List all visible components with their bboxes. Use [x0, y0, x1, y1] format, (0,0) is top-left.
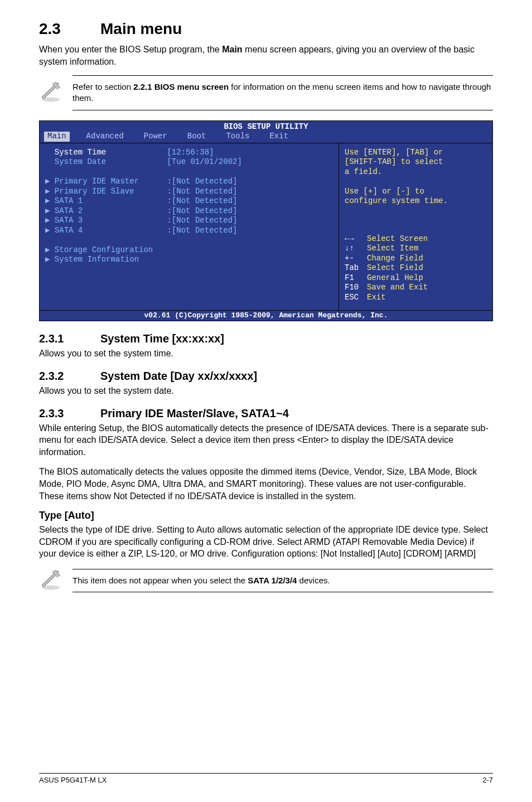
heading-233: 2.3.3Primary IDE Master/Slave, SATA1~4: [39, 407, 493, 420]
bios-key-row: TabSelect Field: [345, 263, 487, 273]
bios-tab-main[interactable]: Main: [44, 132, 70, 142]
bios-footer: v02.61 (C)Copyright 1985-2009, American …: [40, 310, 492, 321]
bios-help-line: configure system time.: [345, 196, 487, 206]
note-block-2: This item does not appear when you selec…: [39, 568, 493, 593]
bios-tab-tools[interactable]: Tools: [223, 132, 253, 142]
bios-row[interactable]: ▶ SATA 1 :[Not Detected]: [45, 196, 333, 206]
page-footer: ASUS P5G41T-M LX 2-7: [39, 773, 493, 784]
body-231: Allows you to set the system time.: [39, 347, 493, 360]
body-232: Allows you to set the system date.: [39, 385, 493, 397]
bios-key-row: ESCExit: [345, 293, 487, 303]
note-icon: [39, 568, 72, 593]
bios-row: [45, 235, 333, 245]
bios-row: System Date [Tue 01/01/2002]: [45, 157, 333, 167]
section-heading: 2.3Main menu: [39, 20, 493, 38]
bios-tab-power[interactable]: Power: [141, 132, 171, 142]
bios-screenshot: BIOS SETUP UTILITY Main Advanced Power B…: [39, 120, 493, 322]
bios-help-line: [345, 177, 487, 187]
bios-row[interactable]: ▶ System Information: [45, 255, 333, 265]
intro-paragraph: When you enter the BIOS Setup program, t…: [39, 44, 493, 67]
bios-key-row: F10Save and Exit: [345, 283, 487, 293]
bios-help-line: a field.: [345, 167, 487, 177]
bios-tab-exit[interactable]: Exit: [266, 132, 292, 142]
bios-key-legend: ←→Select Screen↓↑Select Item+-Change Fie…: [345, 234, 487, 303]
bios-row: [45, 167, 333, 177]
bios-row[interactable]: ▶ Storage Configuration: [45, 245, 333, 255]
bios-row[interactable]: ▶ SATA 3 :[Not Detected]: [45, 216, 333, 226]
section-title-text: Main menu: [100, 20, 182, 37]
bios-row: System Time [12:56:38]: [45, 148, 333, 158]
bios-help-text: Use [ENTER], [TAB] or[SHIFT-TAB] to sele…: [345, 148, 487, 206]
footer-left: ASUS P5G41T-M LX: [39, 776, 107, 784]
bios-left-pane: System Time [12:56:38] System Date [Tue …: [40, 143, 339, 311]
heading-type-auto: Type [Auto]: [39, 510, 493, 521]
note-text-2: This item does not appear when you selec…: [72, 569, 493, 592]
bios-help-line: Use [ENTER], [TAB] or: [345, 148, 487, 158]
bios-menu-bar: Main Advanced Power Boot Tools Exit: [40, 132, 492, 143]
bios-help-line: Use [+] or [-] to: [345, 187, 487, 197]
note-icon: [39, 80, 72, 105]
bios-help-line: [SHIFT-TAB] to select: [345, 157, 487, 167]
bios-row[interactable]: ▶ Primary IDE Slave :[Not Detected]: [45, 187, 333, 197]
bios-key-row: ←→Select Screen: [345, 234, 487, 244]
bios-tab-boot[interactable]: Boot: [184, 132, 210, 142]
note-text-1: Refer to section 2.2.1 BIOS menu screen …: [72, 75, 493, 110]
body-type-auto: Selects the type of IDE drive. Setting t…: [39, 524, 493, 560]
note-block-1: Refer to section 2.2.1 BIOS menu screen …: [39, 75, 493, 110]
bios-row[interactable]: ▶ Primary IDE Master :[Not Detected]: [45, 177, 333, 187]
footer-right: 2-7: [482, 776, 493, 784]
bios-tab-advanced[interactable]: Advanced: [83, 132, 127, 142]
bios-key-row: F1General Help: [345, 273, 487, 283]
bios-row[interactable]: ▶ SATA 2 :[Not Detected]: [45, 206, 333, 216]
body-233-p1: While entering Setup, the BIOS automatic…: [39, 422, 493, 458]
bios-row[interactable]: ▶ SATA 4 :[Not Detected]: [45, 226, 333, 236]
bios-key-row: +-Change Field: [345, 254, 487, 264]
bios-title: BIOS SETUP UTILITY: [40, 121, 492, 132]
bios-help-pane: Use [ENTER], [TAB] or[SHIFT-TAB] to sele…: [339, 143, 492, 311]
bios-key-row: ↓↑Select Item: [345, 244, 487, 254]
body-233-p2: The BIOS automatically detects the value…: [39, 466, 493, 502]
heading-232: 2.3.2System Date [Day xx/xx/xxxx]: [39, 370, 493, 383]
section-number: 2.3: [39, 20, 100, 38]
heading-231: 2.3.1System Time [xx:xx:xx]: [39, 332, 493, 345]
